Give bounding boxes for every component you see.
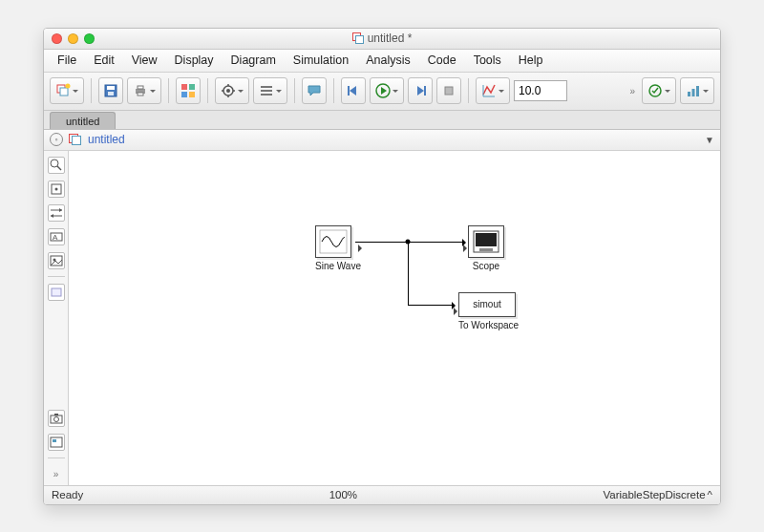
svg-point-49 (53, 416, 58, 421)
block-label: Sine Wave (315, 261, 361, 271)
model-path[interactable]: untitled (88, 133, 125, 146)
svg-rect-33 (692, 89, 695, 96)
menu-edit[interactable]: Edit (86, 52, 122, 69)
simulink-model-icon (352, 32, 364, 44)
block-label: Scope (468, 261, 504, 271)
simulation-stop-time-input[interactable] (514, 80, 567, 101)
stop-button[interactable] (436, 77, 461, 104)
svg-point-35 (51, 160, 58, 167)
menu-file[interactable]: File (50, 52, 84, 69)
zoom-tool[interactable] (48, 157, 65, 174)
svg-point-14 (226, 89, 230, 93)
status-caret[interactable]: ^ (708, 489, 712, 500)
print-button[interactable] (127, 77, 161, 104)
step-back-icon (346, 83, 361, 98)
library-icon (180, 83, 196, 98)
hide-navigator-button[interactable]: ◦ (50, 133, 63, 146)
status-ready: Ready (52, 489, 83, 500)
block-label: To Workspace (458, 320, 519, 330)
svg-rect-47 (52, 288, 61, 296)
sim-mode-icon (481, 83, 497, 98)
sep (207, 78, 208, 103)
svg-rect-11 (181, 92, 187, 97)
toolbar-overflow-chevron[interactable]: » (626, 86, 638, 96)
window-title: untitled * (44, 32, 720, 45)
block-body (315, 225, 351, 258)
run-button[interactable] (370, 77, 404, 104)
sep (48, 276, 65, 277)
menu-tools[interactable]: Tools (466, 52, 509, 69)
svg-rect-10 (189, 84, 195, 90)
sample-time-tool[interactable] (48, 204, 65, 222)
explorer-bar: ◦ untitled ▼ (44, 130, 720, 151)
save-button[interactable] (98, 77, 123, 104)
fit-icon (49, 181, 64, 197)
menu-help[interactable]: Help (511, 52, 551, 69)
to-workspace-var: simout (473, 299, 500, 309)
arrows-icon (49, 205, 64, 221)
viewmarks-tool[interactable] (48, 434, 65, 451)
save-icon (103, 83, 118, 98)
area-tool[interactable] (48, 284, 65, 301)
block-scope[interactable]: Scope (468, 225, 504, 271)
library-browser-button[interactable] (176, 77, 201, 104)
bookmark-icon (49, 435, 64, 450)
play-icon (375, 83, 391, 98)
comment-button[interactable] (302, 77, 327, 104)
simulink-window: untitled * File Edit View Display Diagra… (43, 28, 721, 505)
status-solver[interactable]: VariableStepDiscrete (603, 489, 705, 500)
svg-marker-41 (59, 208, 62, 212)
file-tabstrip: untitled (44, 111, 720, 130)
palette-overflow[interactable]: » (51, 469, 62, 479)
screenshot-tool[interactable] (48, 410, 65, 427)
model-canvas[interactable]: Sine Wave Scope simout (69, 151, 720, 485)
step-forward-button[interactable] (408, 77, 433, 104)
svg-point-2 (66, 84, 71, 89)
annotation-tool[interactable]: A (48, 228, 65, 245)
output-port[interactable] (358, 245, 366, 252)
simulation-mode-button[interactable] (476, 77, 510, 104)
signal-line[interactable] (408, 305, 454, 306)
fit-to-view-tool[interactable] (48, 181, 65, 198)
new-model-button[interactable] (50, 77, 84, 104)
svg-rect-56 (479, 248, 493, 251)
menu-display[interactable]: Display (167, 52, 222, 69)
statusbar: Ready 100% VariableStepDiscrete ^ (44, 485, 720, 504)
signal-line[interactable] (408, 242, 409, 305)
svg-rect-52 (53, 439, 56, 442)
block-to-workspace[interactable]: simout To Workspace (458, 292, 519, 330)
block-sine-wave[interactable]: Sine Wave (315, 225, 361, 271)
sep (91, 78, 92, 103)
menu-view[interactable]: View (124, 52, 165, 69)
svg-text:A: A (53, 233, 58, 242)
svg-line-36 (57, 166, 61, 170)
svg-marker-22 (350, 86, 356, 96)
svg-rect-5 (108, 92, 114, 96)
image-tool[interactable] (48, 252, 65, 269)
step-back-button[interactable] (341, 77, 366, 104)
menu-diagram[interactable]: Diagram (223, 52, 284, 69)
file-tab-untitled[interactable]: untitled (50, 112, 116, 129)
svg-rect-8 (138, 93, 143, 96)
gear-icon (221, 83, 236, 98)
svg-rect-53 (320, 230, 347, 253)
menu-simulation[interactable]: Simulation (286, 52, 356, 69)
block-body (468, 225, 504, 258)
svg-rect-23 (348, 86, 350, 96)
menu-analysis[interactable]: Analysis (358, 52, 418, 69)
svg-point-38 (54, 187, 57, 190)
printer-icon (133, 83, 148, 98)
svg-marker-26 (417, 86, 424, 96)
arrowhead-icon (462, 239, 470, 246)
explorer-dropdown[interactable]: ▼ (705, 135, 714, 145)
model-config-button[interactable] (215, 77, 249, 104)
model-explorer-button[interactable] (253, 77, 287, 104)
checkmark-button[interactable] (642, 77, 676, 104)
image-icon (49, 253, 64, 268)
status-zoom[interactable]: 100% (329, 489, 357, 500)
build-button[interactable] (680, 77, 714, 104)
magnifier-icon (49, 158, 64, 173)
menu-code[interactable]: Code (420, 52, 464, 69)
rectangle-icon (49, 285, 64, 300)
svg-marker-25 (381, 87, 387, 95)
